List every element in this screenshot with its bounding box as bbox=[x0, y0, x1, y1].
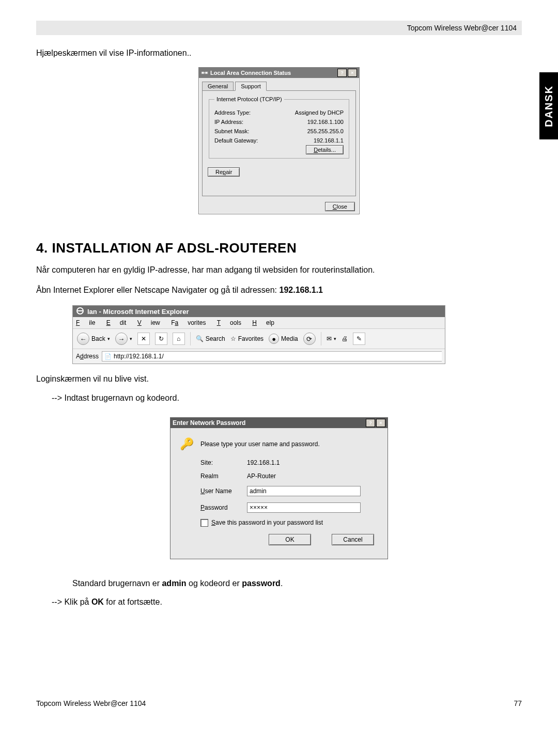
media-button[interactable]: ● Media bbox=[269, 334, 298, 344]
tab-body: Internet Protocol (TCP/IP) Address Type:… bbox=[202, 90, 356, 196]
lacs-titlebar: Local Area Connection Status ? × bbox=[199, 68, 359, 78]
separator bbox=[190, 332, 191, 345]
menu-favorites[interactable]: Favorites bbox=[171, 319, 206, 326]
repair-button[interactable]: Repair bbox=[208, 167, 240, 177]
password-label: Password bbox=[200, 504, 247, 511]
menu-tools[interactable]: Tools bbox=[217, 319, 241, 326]
addr-type-value: Assigned by DHCP bbox=[295, 109, 344, 116]
site-label: Site: bbox=[200, 459, 247, 466]
enp-prompt: Please type your user name and password. bbox=[200, 440, 320, 448]
enp-titlebar: Enter Network Password ? × bbox=[171, 418, 388, 428]
help-icon[interactable]: ? bbox=[366, 419, 375, 427]
header-product: Topcom Wireless Webr@cer 1104 bbox=[407, 24, 517, 32]
search-button[interactable]: 🔍 Search bbox=[196, 335, 225, 342]
url-text: http://192.168.1.1/ bbox=[114, 353, 164, 360]
dropdown-icon: ▾ bbox=[107, 336, 110, 341]
group-legend: Internet Protocol (TCP/IP) bbox=[214, 96, 284, 102]
para-2: Åbn Internet Explorer eller Netscape Nav… bbox=[36, 285, 522, 296]
para-1: Når computeren har en gyldig IP-adresse,… bbox=[36, 264, 522, 276]
tab-general[interactable]: General bbox=[202, 82, 234, 90]
footer-product: Topcom Wireless Webr@cer 1104 bbox=[36, 699, 146, 707]
tab-support[interactable]: Support bbox=[235, 82, 267, 91]
subnet-value: 255.255.255.0 bbox=[307, 128, 344, 134]
gateway-value: 192.168.1.1 bbox=[314, 137, 344, 144]
lacs-dialog: Local Area Connection Status ? × General… bbox=[198, 67, 360, 214]
network-icon bbox=[201, 69, 208, 76]
language-side-tab: DANSK bbox=[539, 72, 558, 139]
para-3: Loginskærmen vil nu blive vist. bbox=[36, 373, 522, 385]
mail-button[interactable]: ✉ ▾ bbox=[327, 335, 336, 342]
favorites-button[interactable]: ☆ Favorites bbox=[230, 335, 264, 342]
menu-file[interactable]: File bbox=[76, 319, 95, 326]
mail-icon: ✉ bbox=[327, 335, 332, 342]
stop-icon[interactable]: ✕ bbox=[137, 333, 150, 345]
ie-window: lan - Microsoft Internet Explorer File E… bbox=[72, 305, 445, 364]
details-button[interactable]: Details... bbox=[306, 145, 344, 154]
lacs-title-text: Local Area Connection Status bbox=[210, 70, 291, 76]
history-icon[interactable]: ⟳ bbox=[303, 333, 316, 345]
edit-icon[interactable]: ✎ bbox=[353, 333, 365, 345]
username-label: User Name bbox=[200, 487, 247, 495]
page-number: 77 bbox=[514, 699, 522, 707]
intro-text: Hjælpeskærmen vil vise IP-informationen.… bbox=[36, 48, 522, 59]
enp-dialog: Enter Network Password ? × 🔑 Please type… bbox=[170, 417, 388, 559]
menu-help[interactable]: Help bbox=[252, 319, 274, 326]
key-icon: 🔑 bbox=[179, 436, 194, 452]
ie-toolbar: ← Back ▾ → ▾ ✕ ↻ ⌂ 🔍 Search ☆ Favorites … bbox=[73, 329, 445, 349]
enp-title-text: Enter Network Password bbox=[173, 419, 245, 427]
para-4: Standard brugernavn er admin og kodeord … bbox=[72, 578, 522, 589]
ip-value: 192.168.1.100 bbox=[307, 119, 344, 125]
ok-button[interactable]: OK bbox=[269, 534, 311, 545]
menu-edit[interactable]: Edit bbox=[106, 319, 127, 326]
svg-rect-1 bbox=[205, 72, 208, 74]
save-password-label: Save this password in your password list bbox=[211, 519, 323, 526]
header-bar: Topcom Wireless Webr@cer 1104 bbox=[36, 21, 522, 35]
dropdown-icon: ▾ bbox=[130, 336, 132, 341]
gateway-label: Default Gateway: bbox=[214, 137, 258, 144]
page-icon: 📄 bbox=[104, 353, 112, 360]
back-arrow-icon: ← bbox=[77, 333, 89, 345]
ie-address-bar: Address 📄 http://192.168.1.1/ bbox=[73, 349, 445, 364]
addr-type-label: Address Type: bbox=[214, 109, 251, 116]
ie-titlebar: lan - Microsoft Internet Explorer bbox=[73, 306, 445, 317]
username-input[interactable]: admin bbox=[247, 486, 361, 496]
home-icon[interactable]: ⌂ bbox=[173, 333, 185, 345]
forward-arrow-icon: → bbox=[115, 333, 128, 345]
ie-logo-icon bbox=[76, 307, 84, 317]
search-icon: 🔍 bbox=[196, 335, 204, 342]
ip-label: IP Address: bbox=[214, 119, 243, 125]
svg-rect-0 bbox=[202, 72, 204, 74]
separator bbox=[321, 332, 321, 345]
forward-button[interactable]: → ▾ bbox=[115, 333, 132, 345]
close-button[interactable]: Close bbox=[325, 202, 355, 211]
url-input[interactable]: 📄 http://192.168.1.1/ bbox=[102, 351, 442, 361]
ie-menubar: File Edit View Favorites Tools Help bbox=[73, 317, 445, 329]
media-icon: ● bbox=[269, 334, 279, 344]
subnet-label: Subnet Mask: bbox=[214, 128, 249, 134]
star-icon: ☆ bbox=[230, 335, 236, 342]
save-password-checkbox[interactable] bbox=[200, 519, 208, 527]
close-icon[interactable]: × bbox=[376, 419, 385, 427]
address-label: Address bbox=[76, 353, 99, 360]
close-icon[interactable]: × bbox=[348, 69, 357, 77]
realm-value: AP-Router bbox=[247, 472, 276, 480]
back-button[interactable]: ← Back ▾ bbox=[77, 333, 110, 345]
realm-label: Realm bbox=[200, 472, 247, 480]
password-input[interactable]: ××××× bbox=[247, 502, 361, 513]
bullet-1: --> Indtast brugernavn og kodeord. bbox=[52, 393, 522, 403]
print-icon[interactable]: 🖨 bbox=[342, 335, 348, 342]
dropdown-icon: ▾ bbox=[334, 336, 336, 341]
help-icon[interactable]: ? bbox=[337, 69, 347, 77]
refresh-icon[interactable]: ↻ bbox=[155, 333, 167, 345]
cancel-button[interactable]: Cancel bbox=[332, 534, 374, 545]
bullet-2: --> Klik på OK for at fortsætte. bbox=[52, 597, 522, 607]
ie-title-text: lan - Microsoft Internet Explorer bbox=[87, 308, 189, 316]
tcpip-group: Internet Protocol (TCP/IP) Address Type:… bbox=[209, 96, 349, 159]
menu-view[interactable]: View bbox=[137, 319, 160, 326]
section-heading: 4. INSTALLATION AF ADSL-ROUTEREN bbox=[36, 240, 522, 256]
site-value: 192.168.1.1 bbox=[247, 459, 280, 466]
